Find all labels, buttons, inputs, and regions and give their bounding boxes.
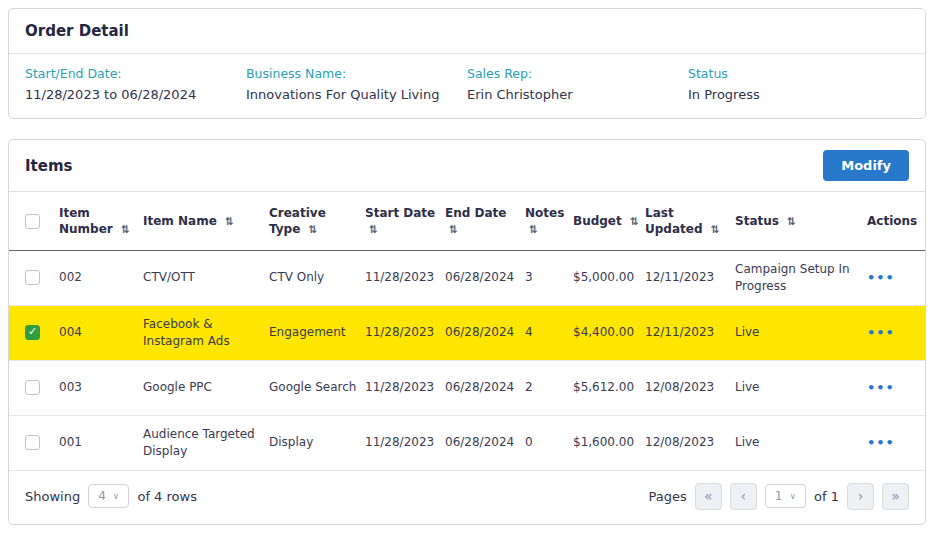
order-detail-fields: Start/End Date: 11/28/2023 to 06/28/2024… — [9, 54, 925, 118]
table-row: 003 Google PPC Google Search 11/28/2023 … — [9, 360, 925, 415]
row-actions-button[interactable]: ••• — [867, 433, 895, 452]
column-header-status[interactable]: Status ⇅ — [735, 192, 867, 250]
column-label: Item Number — [59, 206, 113, 236]
sort-icon[interactable]: ⇅ — [225, 215, 234, 227]
column-label: Creative Type — [269, 206, 326, 236]
cell-status: Live — [735, 415, 867, 470]
cell-budget: $4,400.00 — [573, 305, 645, 360]
cell-last-updated: 12/08/2023 — [645, 415, 735, 470]
cell-status: Campaign Setup In Progress — [735, 250, 867, 305]
sort-icon[interactable]: ⇅ — [121, 223, 130, 235]
column-label: Last Updated — [645, 206, 703, 236]
cell-item-number: 002 — [59, 250, 143, 305]
cell-item-name: Audience Targeted Display — [143, 415, 269, 470]
field-value: 11/28/2023 to 06/28/2024 — [25, 87, 246, 102]
cell-last-updated: 12/08/2023 — [645, 360, 735, 415]
column-label: Start Date — [365, 206, 435, 220]
field-label: Business Name: — [246, 66, 467, 81]
sort-icon[interactable]: ⇅ — [369, 223, 378, 235]
pagination-control: Pages « ‹ 1 ∨ of 1 › » — [649, 483, 909, 510]
cell-notes: 0 — [525, 415, 573, 470]
cell-creative-type: Engagement — [269, 305, 365, 360]
cell-item-name: CTV/OTT — [143, 250, 269, 305]
row-checkbox[interactable] — [25, 270, 40, 285]
items-panel: Items Modify Item Number ⇅ Item Name ⇅ C… — [8, 139, 926, 525]
cell-budget: $5,000.00 — [573, 250, 645, 305]
cell-item-number: 003 — [59, 360, 143, 415]
order-detail-header: Order Detail — [9, 9, 925, 54]
cell-end-date: 06/28/2024 — [445, 415, 525, 470]
sort-icon[interactable]: ⇅ — [449, 223, 458, 235]
modify-button[interactable]: Modify — [823, 150, 909, 181]
order-detail-title: Order Detail — [25, 22, 909, 40]
of-pages-label: of 1 — [814, 489, 839, 504]
field-business-name: Business Name: Innovations For Quality L… — [246, 66, 467, 102]
column-label: Budget — [573, 214, 622, 228]
sort-icon[interactable]: ⇅ — [309, 223, 318, 235]
column-header-start-date[interactable]: Start Date ⇅ — [365, 192, 445, 250]
field-status: Status In Progress — [688, 66, 909, 102]
field-start-end-date: Start/End Date: 11/28/2023 to 06/28/2024 — [25, 66, 246, 102]
chevron-down-icon: ∨ — [789, 491, 796, 501]
column-header-item-number[interactable]: Item Number ⇅ — [59, 192, 143, 250]
table-header-row: Item Number ⇅ Item Name ⇅ Creative Type … — [9, 192, 925, 250]
cell-start-date: 11/28/2023 — [365, 360, 445, 415]
row-checkbox[interactable] — [25, 325, 40, 340]
field-value: Innovations For Quality Living — [246, 87, 467, 102]
column-header-item-name[interactable]: Item Name ⇅ — [143, 192, 269, 250]
prev-page-button[interactable]: ‹ — [730, 483, 757, 510]
column-header-end-date[interactable]: End Date ⇅ — [445, 192, 525, 250]
sort-icon[interactable]: ⇅ — [630, 215, 639, 227]
row-actions-button[interactable]: ••• — [867, 378, 895, 397]
cell-end-date: 06/28/2024 — [445, 305, 525, 360]
column-header-actions: Actions — [867, 192, 925, 250]
items-table: Item Number ⇅ Item Name ⇅ Creative Type … — [9, 192, 925, 471]
cell-end-date: 06/28/2024 — [445, 250, 525, 305]
cell-start-date: 11/28/2023 — [365, 415, 445, 470]
cell-end-date: 06/28/2024 — [445, 360, 525, 415]
rows-per-page-select[interactable]: 4 ∨ — [88, 484, 129, 508]
sort-icon[interactable]: ⇅ — [711, 223, 720, 235]
first-page-button[interactable]: « — [695, 483, 722, 510]
cell-budget: $1,600.00 — [573, 415, 645, 470]
cell-notes: 2 — [525, 360, 573, 415]
field-value: Erin Christopher — [467, 87, 688, 102]
cell-creative-type: CTV Only — [269, 250, 365, 305]
cell-creative-type: Display — [269, 415, 365, 470]
sort-icon[interactable]: ⇅ — [529, 223, 538, 235]
cell-notes: 4 — [525, 305, 573, 360]
row-actions-button[interactable]: ••• — [867, 323, 895, 342]
column-header-budget[interactable]: Budget ⇅ — [573, 192, 645, 250]
select-all-checkbox[interactable] — [25, 214, 40, 229]
cell-notes: 3 — [525, 250, 573, 305]
next-page-button[interactable]: › — [847, 483, 874, 510]
cell-item-number: 001 — [59, 415, 143, 470]
last-page-button[interactable]: » — [882, 483, 909, 510]
table-row: 001 Audience Targeted Display Display 11… — [9, 415, 925, 470]
row-checkbox[interactable] — [25, 435, 40, 450]
row-checkbox[interactable] — [25, 380, 40, 395]
column-header-last-updated[interactable]: Last Updated ⇅ — [645, 192, 735, 250]
field-value: In Progress — [688, 87, 909, 102]
page-select[interactable]: 1 ∨ — [765, 484, 806, 508]
field-label: Sales Rep: — [467, 66, 688, 81]
cell-item-name: Google PPC — [143, 360, 269, 415]
column-header-creative-type[interactable]: Creative Type ⇅ — [269, 192, 365, 250]
of-rows-label: of 4 rows — [137, 489, 196, 504]
items-title: Items — [25, 157, 72, 175]
chevron-down-icon: ∨ — [113, 491, 120, 501]
sort-icon[interactable]: ⇅ — [787, 215, 796, 227]
cell-last-updated: 12/11/2023 — [645, 305, 735, 360]
order-detail-panel: Order Detail Start/End Date: 11/28/2023 … — [8, 8, 926, 119]
field-sales-rep: Sales Rep: Erin Christopher — [467, 66, 688, 102]
cell-item-number: 004 — [59, 305, 143, 360]
rows-per-page-control: Showing 4 ∨ of 4 rows — [25, 484, 197, 508]
rows-per-page-value: 4 — [98, 489, 106, 503]
column-header-notes[interactable]: Notes ⇅ — [525, 192, 573, 250]
cell-last-updated: 12/11/2023 — [645, 250, 735, 305]
row-actions-button[interactable]: ••• — [867, 268, 895, 287]
cell-status: Live — [735, 305, 867, 360]
table-footer: Showing 4 ∨ of 4 rows Pages « ‹ 1 ∨ of 1… — [9, 471, 925, 524]
column-label: Status — [735, 214, 779, 228]
showing-label: Showing — [25, 489, 80, 504]
